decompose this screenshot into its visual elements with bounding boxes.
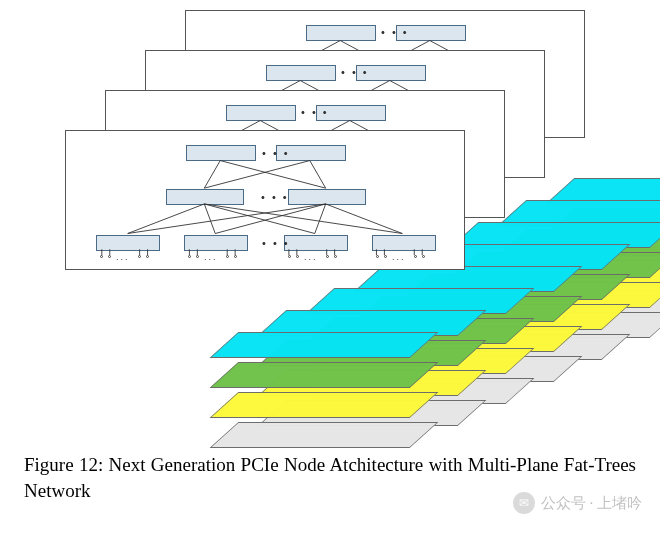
- ellipsis: • • •: [261, 192, 289, 203]
- svg-line-18: [204, 204, 314, 234]
- svg-line-19: [204, 204, 402, 234]
- port-ellipsis: ...: [116, 253, 130, 262]
- watermark: ✉ 公众号 · 上堵吟: [513, 492, 642, 514]
- ellipsis: • • •: [262, 238, 290, 249]
- leaf-node: [284, 235, 348, 251]
- svg-line-14: [204, 161, 309, 189]
- mid-node: [288, 189, 366, 205]
- svg-line-21: [215, 204, 325, 234]
- port-ellipsis: ...: [304, 253, 318, 262]
- ellipsis: • • •: [341, 67, 369, 78]
- svg-line-12: [204, 161, 220, 189]
- svg-line-22: [315, 204, 326, 234]
- port-ellipsis: ...: [204, 253, 218, 262]
- network-plane-gray: [210, 422, 439, 448]
- architecture-diagram: • • • • • • • • • • • • • • •: [0, 0, 660, 440]
- network-plane-cyan: [210, 332, 439, 358]
- svg-line-17: [204, 204, 215, 234]
- svg-line-15: [310, 161, 326, 189]
- network-plane-yellow: [210, 392, 439, 418]
- root-node: [186, 145, 256, 161]
- svg-line-23: [326, 204, 403, 234]
- svg-line-20: [128, 204, 326, 234]
- leaf-node: [184, 235, 248, 251]
- port-ellipsis: ...: [392, 253, 406, 262]
- svg-line-16: [128, 204, 205, 234]
- watermark-label: 公众号 · 上堵吟: [541, 494, 642, 513]
- network-plane-green: [210, 362, 439, 388]
- leaf-node: [96, 235, 160, 251]
- ellipsis: • • •: [262, 148, 290, 159]
- mid-node: [166, 189, 244, 205]
- wechat-icon: ✉: [513, 492, 535, 514]
- leaf-node: [372, 235, 436, 251]
- pcie-node-layer-front: • • • • • • • • • ... ... ... ...: [65, 130, 465, 270]
- ellipsis: • • •: [301, 107, 329, 118]
- ellipsis: • • •: [381, 27, 409, 38]
- svg-line-13: [220, 161, 325, 189]
